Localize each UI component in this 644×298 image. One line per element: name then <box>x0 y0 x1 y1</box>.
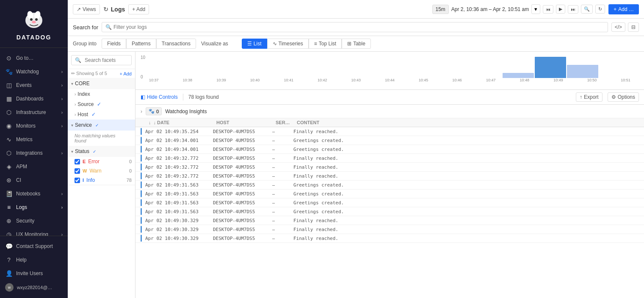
facet-item-host[interactable]: › Host ✓ <box>68 109 135 120</box>
integrations-icon: ⬡ <box>5 149 13 157</box>
sidebar-item-security[interactable]: ⊕ Security <box>0 214 68 228</box>
facet-status-header[interactable]: ▾ Status ✓ <box>68 146 135 157</box>
status-warn-checkbox[interactable] <box>75 168 80 174</box>
log-level-stripe <box>141 155 142 162</box>
table-row[interactable]: Apr 02 10:49:34.001 DESKTOP 4UM7DS5 – Gr… <box>135 136 644 145</box>
table-row[interactable]: Apr 02 10:49:31.563 DESKTOP-4UM7DS5 – Gr… <box>135 198 644 207</box>
tab-fields[interactable]: Fields <box>102 39 126 49</box>
log-content: Finally reached. <box>293 236 639 241</box>
chevron-right-icon: › <box>75 102 76 107</box>
add-facet-button[interactable]: + Add <box>120 71 132 76</box>
table-row[interactable]: Apr 02 10:49:34.001 DESKTOP-4UM7DS5 – Gr… <box>135 145 644 154</box>
sidebar-item-invite[interactable]: 👤 Invite Users <box>0 267 68 280</box>
sidebar-item-notebooks[interactable]: 📓 Notebooks › <box>0 187 68 201</box>
facet-section-core-header[interactable]: ▾ CORE <box>68 78 135 89</box>
time-refresh-button[interactable]: ↻ <box>595 5 605 14</box>
table-row[interactable]: Apr 02 10:49:31.563 DESKTOP 4UM7DS5 – Gr… <box>135 189 644 198</box>
tab-patterns[interactable]: Patterns <box>126 39 156 49</box>
contact-icon: 💬 <box>5 242 13 250</box>
vis-tab-timeseries[interactable]: ∿ Timeseries <box>267 39 309 49</box>
time-prev-button[interactable]: ⏮ <box>543 5 553 14</box>
chevron-right-icon: › <box>75 92 76 97</box>
log-date: Apr 02 10:49:35.254 <box>145 129 213 134</box>
vis-tab-list[interactable]: ☰ List <box>242 39 267 49</box>
sidebar-item-infrastructure[interactable]: ⬡ Infrastructure › <box>0 106 68 119</box>
sidebar-item-apm-label: APM <box>16 164 27 170</box>
sidebar-user[interactable]: w wxyz282014@… <box>0 280 68 295</box>
sidebar-item-metrics[interactable]: ∿ Metrics <box>0 133 68 146</box>
status-error-label: Error <box>88 159 100 164</box>
search-input[interactable] <box>113 24 604 30</box>
options-button[interactable]: ⚙ Options <box>608 92 639 102</box>
export-button[interactable]: ↑ Export <box>576 92 603 102</box>
facet-search-input[interactable] <box>85 57 128 63</box>
status-info-checkbox[interactable] <box>75 178 80 183</box>
col-ser[interactable]: SER… <box>276 120 297 125</box>
log-host: DESKTOP-4UM7DS5 <box>213 173 272 179</box>
table-row[interactable]: Apr 02 10:49:30.329 DESKTOP-4UM7DS5 – Fi… <box>135 225 644 234</box>
time-next-button[interactable]: ⏭ <box>568 5 578 14</box>
col-date[interactable]: ↓ ↓ DATE <box>149 120 216 125</box>
sidebar-item-ux-label: UX Monitoring <box>16 231 48 236</box>
host-verified-icon: ✓ <box>91 111 96 117</box>
sidebar-item-ci-label: CI <box>16 177 21 183</box>
add-view-button[interactable]: + Add <box>128 4 149 14</box>
chart-bar <box>535 57 566 78</box>
facet-service-header[interactable]: ▾ Service ✓ <box>68 120 135 131</box>
vis-tab-table[interactable]: ⊞ Table <box>342 39 371 49</box>
sidebar-item-watchdog[interactable]: 🐾 Watchdog › <box>0 65 68 78</box>
sidebar-item-help[interactable]: ? Help <box>0 253 68 267</box>
hide-controls-button[interactable]: ◧ Hide Controls <box>141 94 178 100</box>
tabs-row: Group into Fields Patterns Transactions … <box>68 36 644 52</box>
facets-panel: 🔍 ✏ Showing 5 of 5 + Add ▾ CORE <box>68 52 135 298</box>
facet-search: 🔍 <box>68 52 135 69</box>
table-row[interactable]: Apr 02 10:49:31.563 DESKTOP-4UM7DS5 – Gr… <box>135 207 644 216</box>
sidebar-item-ci[interactable]: ⊛ CI <box>0 173 68 187</box>
sidebar-item-monitors[interactable]: ◉ Monitors › <box>0 119 68 133</box>
views-button[interactable]: ↗ Views <box>73 4 100 14</box>
sidebar-item-dashboards[interactable]: ▦ Dashboards › <box>0 92 68 106</box>
sidebar-item-integrations[interactable]: ⬡ Integrations › <box>0 146 68 160</box>
table-row[interactable]: Apr 02 10:49:32.772 DESKTOP-4UM7DS5 – Fi… <box>135 154 644 163</box>
code-view-button[interactable]: </> <box>611 22 625 32</box>
vis-tab-toplist[interactable]: ≡ Top List <box>309 39 342 49</box>
time-badge[interactable]: 15m <box>432 5 449 14</box>
sidebar-item-logs[interactable]: ≡ Logs › <box>0 201 68 214</box>
table-row[interactable]: Apr 02 10:49:31.563 DESKTOP-4UM7DS5 – Gr… <box>135 181 644 189</box>
time-zoom-button[interactable]: 🔍 <box>581 5 593 14</box>
log-date: Apr 02 10:49:30.329 <box>145 227 213 232</box>
log-ser: – <box>272 200 293 205</box>
sidebar-item-goto[interactable]: ⊙ Go to… <box>0 51 68 65</box>
add-main-button[interactable]: + Add … <box>608 4 639 14</box>
facet-search-wrap: 🔍 <box>71 55 132 65</box>
facet-item-index[interactable]: › Index <box>68 89 135 99</box>
col-host[interactable]: HOST <box>216 120 276 125</box>
time-dropdown-button[interactable]: ▾ <box>531 4 540 14</box>
tab-transactions[interactable]: Transactions <box>156 39 196 49</box>
log-date: Apr 02 10:49:32.772 <box>145 173 213 179</box>
log-host: DESKTOP 4UM7DS5 <box>213 191 272 197</box>
facet-service-label: Service <box>75 122 92 128</box>
chevron-down-icon: ▾ <box>71 123 73 128</box>
table-row[interactable]: Apr 02 10:49:32.772 DESKTOP 4UM7DS5 – Fi… <box>135 163 644 172</box>
split-view-button[interactable]: ⊟ <box>628 22 639 32</box>
watchdog-insights: › 🐾 0 Watchdog Insights <box>135 105 644 118</box>
log-content: Greetings created. <box>293 182 639 188</box>
status-error-checkbox[interactable] <box>75 159 80 164</box>
log-ser: – <box>272 173 293 178</box>
sidebar-item-apm[interactable]: ◈ APM <box>0 160 68 173</box>
log-host: DESKTOP 4UM7DS5 <box>213 138 272 143</box>
sidebar-item-contact[interactable]: 💬 Contact Support <box>0 240 68 253</box>
invite-icon: 👤 <box>5 270 13 277</box>
table-row[interactable]: Apr 02 10:49:32.772 DESKTOP-4UM7DS5 – Fi… <box>135 172 644 181</box>
watchdog-expand-icon[interactable]: › <box>141 109 142 114</box>
sidebar-item-ux[interactable]: ◷ UX Monitoring › <box>0 228 68 236</box>
time-play-button[interactable]: ▶ <box>556 5 565 14</box>
log-ser: – <box>272 182 293 187</box>
table-row[interactable]: Apr 02 10:49:30.329 DESKTOP-4UM7DS5 – Fi… <box>135 216 644 225</box>
table-row[interactable]: Apr 02 10:49:30.329 DESKTOP-4UM7DS5 – Fi… <box>135 234 644 243</box>
table-row[interactable]: Apr 02 10:49:35.254 DESKTOP-4UM7DS5 – Fi… <box>135 127 644 136</box>
log-ser: – <box>272 164 293 170</box>
sidebar-item-events[interactable]: ◫ Events › <box>0 78 68 92</box>
facet-item-source[interactable]: › Source ✓ <box>68 99 135 109</box>
